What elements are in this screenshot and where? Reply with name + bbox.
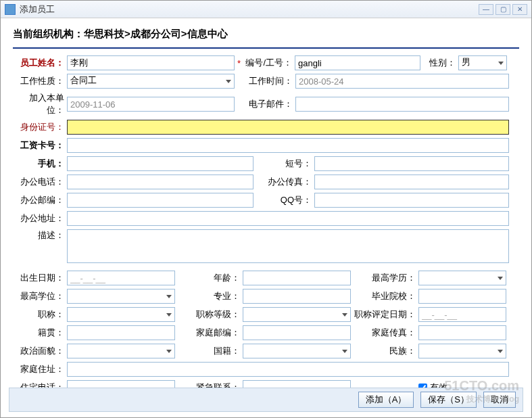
label-titledate: 职称评定日期： [351,308,418,321]
add-button[interactable]: 添加（A） [358,392,414,408]
cancel-button[interactable]: 取消 [483,392,516,408]
label-native: 籍贯： [13,327,67,339]
worktype-select[interactable]: 合同工 [67,74,235,89]
joindate-input[interactable] [67,97,235,112]
label-politics: 政治面貌： [13,345,67,357]
salarycard-input[interactable] [67,138,509,153]
label-officefax: 办公传真： [253,176,314,188]
label-birth: 出生日期： [13,272,67,284]
idcard-input[interactable] [67,120,509,135]
label-topedu: 最高学历： [351,272,418,284]
nation-select[interactable] [243,344,351,358]
label-mobile: 手机： [13,158,67,170]
titlelevel-select[interactable] [243,307,351,322]
label-homefax: 家庭传真： [351,327,418,339]
label-worktype: 工作性质： [13,75,67,87]
label-name: 员工姓名： [13,57,67,69]
label-shortno: 短号： [253,158,314,170]
ethnic-select[interactable] [418,344,506,358]
qq-input[interactable] [314,193,509,208]
label-joindate: 加入本单位： [13,92,67,116]
label-age: 年龄： [175,272,243,284]
breadcrumb: 当前组织机构：华思科技>成都分公司>信息中心 [13,25,519,47]
label-officetel: 办公电话： [13,176,67,188]
label-title: 职称： [13,308,67,321]
topedu-select[interactable] [418,271,506,285]
gender-select[interactable]: 男 [458,55,507,70]
divider [13,47,519,49]
birth-input[interactable] [67,271,175,285]
gradschool-input[interactable] [418,289,506,304]
close-button[interactable]: ✕ [512,4,527,15]
window-title: 添加员工 [20,3,479,16]
mobile-input[interactable] [67,156,253,171]
label-officepost: 办公邮编： [13,194,67,206]
minimize-button[interactable]: ― [479,4,493,15]
required-star: * [235,58,243,68]
label-gender: 性别： [420,57,458,69]
label-idcard: 身份证号： [13,121,67,133]
title-bar: 添加员工 ― ▢ ✕ [1,1,531,18]
name-input[interactable] [67,55,235,70]
label-major: 专业： [175,290,243,302]
age-input[interactable] [243,271,351,285]
native-input[interactable] [67,325,175,340]
label-qq: QQ号： [253,194,314,206]
code-input[interactable] [295,55,420,70]
homeaddr-input[interactable] [67,362,509,377]
label-titlelevel: 职称等级： [175,308,243,321]
topdegree-select[interactable] [67,289,175,304]
label-salarycard: 工资卡号： [13,139,67,152]
label-officeaddr: 办公地址： [13,212,67,225]
footer-bar: 添加（A） 保存（S） 取消 [9,388,523,412]
email-input[interactable] [295,97,509,112]
label-topdegree: 最高学位： [13,290,67,302]
major-input[interactable] [243,289,351,304]
label-ethnic: 民族： [351,345,418,357]
label-desc: 描述： [13,229,67,241]
officetel-input[interactable] [67,175,253,189]
app-icon [5,4,16,15]
titledate-input[interactable] [418,307,506,322]
politics-select[interactable] [67,344,175,358]
desc-textarea[interactable] [67,229,509,263]
label-homepost: 家庭邮编： [175,327,243,339]
homefax-input[interactable] [418,325,506,340]
maximize-button[interactable]: ▢ [495,4,510,15]
title-select[interactable] [67,307,175,322]
save-button[interactable]: 保存（S） [420,392,477,408]
label-nation: 国籍： [175,345,243,357]
label-email: 电子邮件： [235,98,295,110]
label-worktime: 工作时间： [235,75,295,87]
officepost-input[interactable] [67,193,253,208]
label-gradschool: 毕业院校： [351,290,418,302]
shortno-input[interactable] [314,156,509,171]
officefax-input[interactable] [314,175,509,189]
homepost-input[interactable] [243,325,351,340]
officeaddr-input[interactable] [67,211,509,226]
worktime-input[interactable] [295,74,509,89]
label-code: 编号/工号： [243,57,295,69]
label-homeaddr: 家庭住址： [13,363,67,375]
